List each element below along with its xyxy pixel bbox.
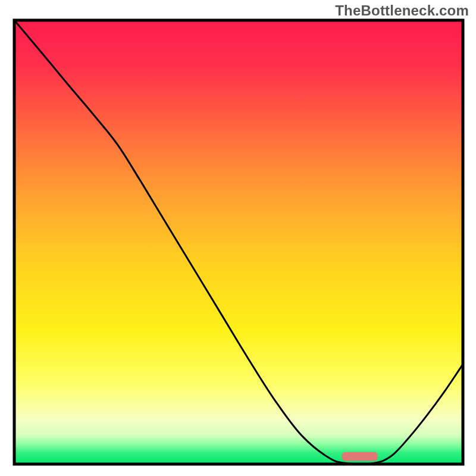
chart-container: TheBottleneck.com: [0, 0, 476, 476]
watermark-text: TheBottleneck.com: [335, 2, 469, 19]
bottleneck-plot: [0, 0, 476, 476]
optimal-range-marker: [342, 452, 377, 461]
gradient-background: [14, 20, 463, 464]
